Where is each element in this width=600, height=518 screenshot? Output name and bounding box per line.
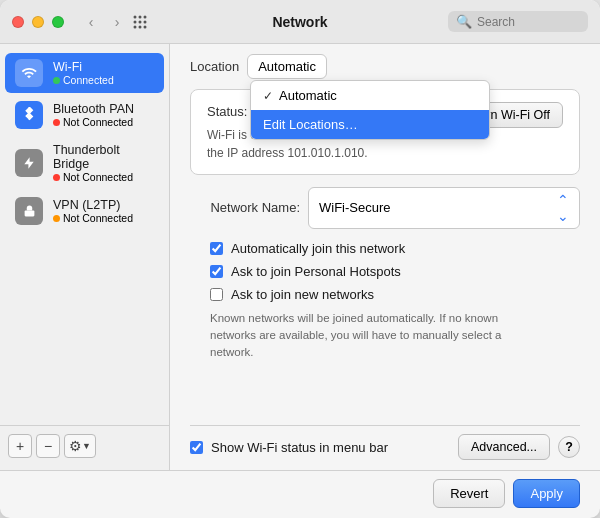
- wifi-item-text: Wi-Fi Connected: [53, 60, 114, 86]
- window-title: Network: [272, 14, 327, 30]
- vpn-icon: [15, 197, 43, 225]
- traffic-lights: [12, 16, 64, 28]
- wifi-icon: [15, 59, 43, 87]
- sidebar-item-wifi[interactable]: Wi-Fi Connected: [5, 53, 164, 93]
- show-wifi-label: Show Wi-Fi status in menu bar: [211, 440, 388, 455]
- svg-point-1: [139, 15, 142, 18]
- vpn-item-text: VPN (L2TP) Not Connected: [53, 198, 133, 224]
- helper-text: Known networks will be joined automatica…: [190, 310, 530, 362]
- chevron-down-icon: ▼: [82, 441, 91, 451]
- bluetooth-item-name: Bluetooth PAN: [53, 102, 134, 116]
- grid-button[interactable]: [132, 14, 148, 30]
- sidebar-item-bluetooth[interactable]: Bluetooth PAN Not Connected: [5, 95, 164, 135]
- auto-join-row: Automatically join this network: [190, 241, 580, 256]
- wifi-item-name: Wi-Fi: [53, 60, 114, 74]
- vpn-item-name: VPN (L2TP): [53, 198, 133, 212]
- thunderbolt-status-dot: [53, 174, 60, 181]
- dropdown-item-automatic[interactable]: ✓ Automatic: [251, 81, 489, 110]
- more-options-button[interactable]: ⚙ ▼: [64, 434, 96, 458]
- thunderbolt-item-text: Thunderbolt Bridge Not Connected: [53, 143, 154, 183]
- status-label: Status:: [207, 104, 247, 119]
- auto-join-checkbox[interactable]: [210, 242, 223, 255]
- location-dropdown[interactable]: Automatic: [247, 54, 327, 79]
- bluetooth-icon: [15, 101, 43, 129]
- svg-marker-9: [24, 157, 33, 169]
- close-button[interactable]: [12, 16, 24, 28]
- svg-point-6: [134, 25, 137, 28]
- auto-join-label: Automatically join this network: [231, 241, 405, 256]
- sidebar-bottom: + − ⚙ ▼: [0, 425, 169, 462]
- gear-icon: ⚙: [69, 438, 82, 454]
- search-icon: 🔍: [456, 14, 472, 29]
- network-name-row: Network Name: WiFi-Secure ⌃⌄: [190, 187, 580, 229]
- nav-buttons: ‹ ›: [80, 11, 128, 33]
- wifi-status-dot: [53, 77, 60, 84]
- thunderbolt-icon: [15, 149, 43, 177]
- dropdown-item-edit[interactable]: Edit Locations…: [251, 110, 489, 139]
- sidebar: Wi-Fi Connected Bluetooth PAN: [0, 44, 170, 470]
- forward-button[interactable]: ›: [106, 11, 128, 33]
- dropdown-item-automatic-label: Automatic: [279, 88, 337, 103]
- thunderbolt-item-status: Not Connected: [53, 171, 154, 183]
- bluetooth-item-status: Not Connected: [53, 116, 134, 128]
- sidebar-item-vpn[interactable]: VPN (L2TP) Not Connected: [5, 191, 164, 231]
- search-box[interactable]: 🔍: [448, 11, 588, 32]
- wifi-item-status: Connected: [53, 74, 114, 86]
- svg-point-7: [139, 25, 142, 28]
- vpn-status-dot: [53, 215, 60, 222]
- location-row: Location Automatic ✓ Automatic Edit Loca…: [190, 54, 580, 79]
- location-dropdown-value: Automatic: [258, 59, 316, 74]
- new-networks-label: Ask to join new networks: [231, 287, 374, 302]
- show-wifi-row: Show Wi-Fi status in menu bar: [190, 440, 388, 455]
- add-network-button[interactable]: +: [8, 434, 32, 458]
- svg-point-4: [139, 20, 142, 23]
- bluetooth-item-text: Bluetooth PAN Not Connected: [53, 102, 134, 128]
- checkmark-icon: ✓: [263, 89, 273, 103]
- maximize-button[interactable]: [52, 16, 64, 28]
- thunderbolt-item-name: Thunderbolt Bridge: [53, 143, 154, 171]
- svg-point-5: [144, 20, 147, 23]
- network-name-value: WiFi-Secure: [319, 200, 391, 215]
- minimize-button[interactable]: [32, 16, 44, 28]
- thunderbolt-status-text: Not Connected: [63, 171, 133, 183]
- right-panel: Location Automatic ✓ Automatic Edit Loca…: [170, 44, 600, 470]
- personal-hotspot-row: Ask to join Personal Hotspots: [190, 264, 580, 279]
- bottom-right-buttons: Advanced... ?: [458, 434, 580, 460]
- help-button[interactable]: ?: [558, 436, 580, 458]
- title-bar: ‹ › Network 🔍: [0, 0, 600, 44]
- bottom-bar: Show Wi-Fi status in menu bar Advanced..…: [190, 425, 580, 460]
- show-wifi-checkbox[interactable]: [190, 441, 203, 454]
- personal-hotspot-label: Ask to join Personal Hotspots: [231, 264, 401, 279]
- dropdown-item-edit-label: Edit Locations…: [263, 117, 358, 132]
- wifi-status-text: Connected: [63, 74, 114, 86]
- network-name-dropdown[interactable]: WiFi-Secure ⌃⌄: [308, 187, 580, 229]
- back-button[interactable]: ‹: [80, 11, 102, 33]
- location-label: Location: [190, 59, 239, 74]
- apply-button[interactable]: Apply: [513, 479, 580, 508]
- location-dropdown-menu: ✓ Automatic Edit Locations…: [250, 80, 490, 140]
- vpn-item-status: Not Connected: [53, 212, 133, 224]
- svg-point-2: [144, 15, 147, 18]
- svg-rect-10: [24, 210, 34, 216]
- bluetooth-status-dot: [53, 119, 60, 126]
- svg-point-3: [134, 20, 137, 23]
- network-name-label: Network Name:: [190, 200, 300, 215]
- footer: Revert Apply: [0, 470, 600, 518]
- personal-hotspot-checkbox[interactable]: [210, 265, 223, 278]
- main-content: Wi-Fi Connected Bluetooth PAN: [0, 44, 600, 470]
- new-networks-row: Ask to join new networks: [190, 287, 580, 302]
- network-window: ‹ › Network 🔍: [0, 0, 600, 518]
- select-arrow-icon: ⌃⌄: [557, 192, 569, 224]
- revert-button[interactable]: Revert: [433, 479, 505, 508]
- bluetooth-status-text: Not Connected: [63, 116, 133, 128]
- new-networks-checkbox[interactable]: [210, 288, 223, 301]
- remove-network-button[interactable]: −: [36, 434, 60, 458]
- svg-point-8: [144, 25, 147, 28]
- advanced-button[interactable]: Advanced...: [458, 434, 550, 460]
- sidebar-item-thunderbolt[interactable]: Thunderbolt Bridge Not Connected: [5, 137, 164, 189]
- search-input[interactable]: [477, 15, 577, 29]
- vpn-status-text: Not Connected: [63, 212, 133, 224]
- svg-point-0: [134, 15, 137, 18]
